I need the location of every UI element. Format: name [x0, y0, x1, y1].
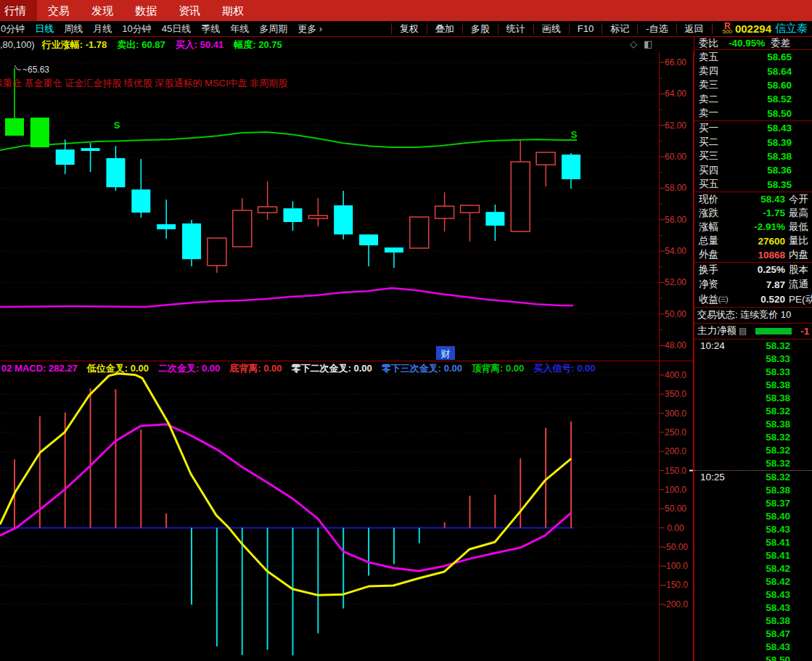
tick-row[interactable]: 58.41 [694, 536, 812, 549]
toolbar-button-统计[interactable]: 统计 [498, 23, 533, 34]
buy-level-row[interactable]: 买三58.38 [694, 149, 812, 163]
stock-name: 信立泰 [775, 22, 808, 36]
tick-price: 58.32 [732, 458, 790, 469]
quote-label: 换手 [699, 263, 737, 276]
period-tab-月线[interactable]: 月线 [88, 22, 117, 36]
toolbar-button-复权[interactable]: 复权 [391, 23, 427, 34]
sell-levels: 卖五58.65卖四58.64卖三58.60卖二58.52卖一58.50 [694, 50, 812, 120]
period-tab-0分钟[interactable]: 0分钟 [0, 22, 30, 36]
toolbar-button-标记[interactable]: 标记 [602, 23, 637, 34]
sell-level-row[interactable]: 卖二58.52 [694, 92, 812, 106]
period-tab-季线[interactable]: 季线 [196, 22, 225, 36]
macd-axis-label: -200.0 [663, 599, 688, 609]
tick-row[interactable]: 58.43 [694, 523, 812, 536]
quote-row-涨幅: 涨幅-2.91%最低 [694, 220, 812, 234]
tick-row[interactable]: 58.33 [694, 366, 812, 379]
menu-item-行情[interactable]: 行情 [0, 0, 37, 21]
tick-row[interactable]: 58.32 [694, 431, 812, 444]
tick-row[interactable]: 58.32 [694, 405, 812, 418]
sell-level-row[interactable]: 卖一58.50 [694, 107, 812, 120]
tick-price: 58.32 [732, 340, 790, 351]
period-tab-更多 ›[interactable]: 更多 › [292, 22, 327, 36]
indicator-params: ,80,100) [0, 39, 35, 50]
level-price: 58.50 [732, 108, 792, 119]
tick-row[interactable]: 58.43 [694, 588, 812, 602]
period-toolbar: 0分钟日线周线月线10分钟45日线季线年线多周期更多 › 复权叠加多股统计画线F… [0, 21, 812, 37]
tick-price: 58.32 [732, 406, 790, 416]
chart-corner-icons[interactable]: ◇◧ [630, 38, 659, 49]
layout-toggle-icon[interactable]: ◧ [644, 38, 659, 49]
period-tab-多周期[interactable]: 多周期 [254, 22, 292, 36]
stock-chart[interactable]: 66.0064.0062.0060.0058.0056.0054.0052.00… [0, 52, 694, 661]
sell-level-row[interactable]: 卖五58.65 [694, 50, 812, 64]
tick-list[interactable]: 10:2458.3258.3358.3358.3858.3858.3258.38… [694, 340, 812, 661]
tick-row[interactable]: 10:2458.32 [694, 340, 812, 353]
quote-label: 净资 [699, 278, 737, 291]
level-price: 58.52 [732, 94, 792, 104]
menu-item-数据[interactable]: 数据 [124, 0, 168, 21]
tick-row[interactable]: 58.40 [694, 510, 812, 523]
quote-row-外盘: 外盘10868内盘 [694, 248, 812, 262]
tick-row[interactable]: 58.41 [694, 549, 812, 562]
price-axis-label: 56.00 [665, 215, 686, 225]
menu-item-交易[interactable]: 交易 [37, 0, 81, 21]
tick-row[interactable]: 58.38 [694, 484, 812, 497]
buy-level-row[interactable]: 买五58.35 [694, 178, 812, 192]
main-capital-flow-row[interactable]: 主力净额 ▤ -1 [694, 324, 812, 339]
period-tab-10分钟[interactable]: 10分钟 [117, 22, 156, 36]
sell-level-row[interactable]: 卖三58.60 [694, 78, 812, 92]
period-tab-日线[interactable]: 日线 [30, 22, 59, 36]
toolbar-button-叠加[interactable]: 叠加 [427, 23, 462, 34]
toolbar-button-多股[interactable]: 多股 [462, 23, 498, 34]
tick-row[interactable]: 58.32 [694, 444, 812, 457]
tick-row[interactable]: 58.42 [694, 562, 812, 575]
menu-item-资讯[interactable]: 资讯 [168, 0, 211, 21]
toolbar-button-返回[interactable]: 返回 [676, 23, 713, 34]
finance-flag-tag[interactable]: 财 [441, 348, 451, 359]
tick-row[interactable]: 58.47 [694, 628, 812, 641]
tick-row[interactable]: 58.32 [694, 457, 812, 470]
menu-item-发现[interactable]: 发现 [81, 0, 124, 21]
period-tab-45日线[interactable]: 45日线 [157, 22, 196, 36]
flow-value: -1 [800, 326, 809, 337]
tick-row[interactable]: 58.38 [694, 392, 812, 405]
tick-row[interactable]: 10:2558.32 [694, 470, 812, 484]
toolbar-button-F10[interactable]: F10 [569, 23, 602, 34]
buy-level-row[interactable]: 买二58.39 [694, 135, 812, 149]
tick-row[interactable]: 58.38 [694, 379, 812, 392]
macd-header-item: 零下三次金叉: 0.00 [382, 363, 462, 374]
macd-axis-label: -150.0 [663, 580, 688, 590]
tick-row[interactable]: 58.38 [694, 418, 812, 431]
level-label: 卖五 [699, 51, 732, 64]
tick-row[interactable]: 58.43 [694, 602, 812, 615]
indicator-info-bar: ,80,100) 行业涨幅: -1.78卖出: 60.87买入: 50.41幅度… [0, 37, 682, 52]
level-label: 卖四 [699, 65, 732, 78]
weibi-label: 委比 [699, 37, 718, 50]
tick-row[interactable]: 58.38 [694, 615, 812, 628]
toolbar-button-画线[interactable]: 画线 [533, 23, 569, 34]
period-tab-周线[interactable]: 周线 [59, 22, 88, 36]
info-field: 卖出: 60.87 [117, 38, 165, 52]
buy-level-row[interactable]: 买四58.36 [694, 163, 812, 177]
tick-price: 58.38 [732, 419, 790, 430]
macd-axis-label: 50.00 [665, 504, 686, 514]
price-axis-label: 62.00 [665, 120, 686, 131]
doc-icon[interactable]: ▤ [739, 326, 747, 336]
info-field: 买入: 50.41 [176, 38, 223, 52]
quote-right-label: 最低 [789, 221, 812, 234]
diamond-icon[interactable]: ◇ [630, 38, 644, 49]
tick-row[interactable]: 58.50 [694, 654, 812, 661]
sell-level-row[interactable]: 卖四58.64 [694, 64, 812, 78]
quote-value: 7.87 [737, 279, 789, 290]
period-group: 0分钟日线周线月线10分钟45日线季线年线多周期更多 › [0, 22, 327, 36]
menu-item-期权[interactable]: 期权 [211, 0, 255, 21]
tick-row[interactable]: 58.42 [694, 575, 812, 588]
toolbar-button--自选[interactable]: -自选 [637, 23, 676, 34]
tick-row[interactable]: 58.33 [694, 353, 812, 366]
buy-level-row[interactable]: 买一58.43 [694, 121, 812, 135]
tick-row[interactable]: 58.37 [694, 497, 812, 510]
tick-price: 58.33 [732, 366, 790, 377]
quote-right-label: 最高 [789, 207, 812, 220]
tick-row[interactable]: 58.43 [694, 641, 812, 654]
period-tab-年线[interactable]: 年线 [225, 22, 254, 36]
